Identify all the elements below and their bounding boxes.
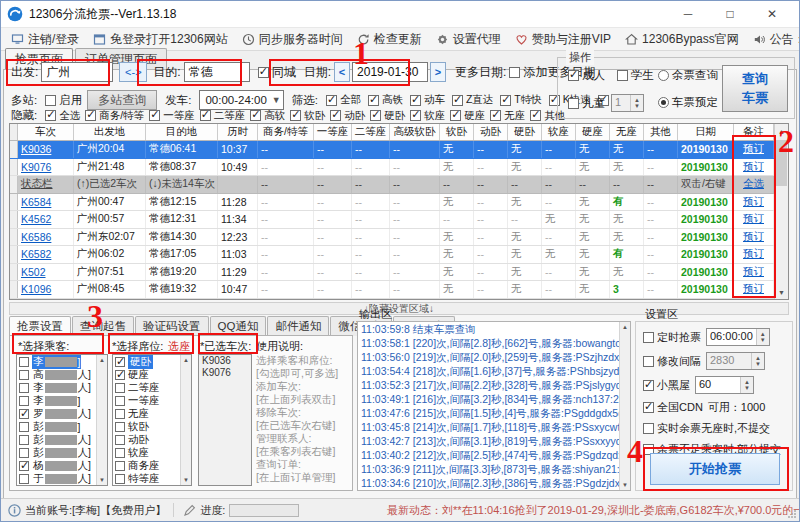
no-standing-option-checkbox[interactable]: 实时余票无座时,不提交: [643, 421, 770, 436]
filter-checkbox-3[interactable]: 动车: [410, 93, 445, 107]
book-link[interactable]: 预订: [734, 194, 774, 211]
book-link[interactable]: 预订: [734, 264, 774, 281]
seat-list-item[interactable]: 特等座: [113, 472, 180, 485]
checkbox[interactable]: [115, 370, 125, 380]
table-row[interactable]: K502广州07:51常德19:2011:29--------无--无--无无-…: [10, 264, 774, 282]
minimize-button[interactable]: ─: [667, 2, 709, 26]
resize-grip[interactable]: [787, 509, 797, 519]
date-input[interactable]: 2019-01-30: [352, 62, 428, 82]
book-link[interactable]: 预订: [734, 211, 774, 228]
column-header-5[interactable]: 商务/特等: [258, 124, 314, 140]
column-header-12[interactable]: 软座: [542, 124, 576, 140]
adult-checkbox[interactable]: 成人: [568, 68, 605, 83]
same-city-checkbox-box[interactable]: [258, 67, 269, 78]
timed-grab-checkbox[interactable]: 定时抢票: [643, 330, 701, 345]
tab-settings-5[interactable]: 邮件通知: [267, 316, 329, 336]
seat-list-item[interactable]: 动卧: [113, 433, 180, 446]
checkbox[interactable]: [326, 95, 337, 106]
checkbox[interactable]: [410, 110, 421, 121]
passenger-list-item[interactable]: 李]: [17, 394, 96, 407]
selected-trains-list[interactable]: K9036K9076: [198, 354, 252, 486]
seat-pick-link[interactable]: 选座: [168, 339, 190, 354]
checkbox[interactable]: [115, 409, 125, 419]
query-remaining-radio[interactable]: 余票查询: [658, 68, 718, 83]
student-checkbox-box[interactable]: [617, 70, 628, 81]
table-row[interactable]: K9036广州20:04常德06:4110:37--------无--无--无无…: [10, 141, 774, 159]
hide-checkbox-8[interactable]: 硬卧: [370, 109, 405, 123]
checkbox[interactable]: [500, 95, 511, 106]
scroll-down-icon[interactable]: ▼: [97, 475, 107, 485]
scroll-up-icon[interactable]: ▲: [97, 355, 107, 365]
checkbox[interactable]: [19, 435, 29, 445]
scroll-down-icon[interactable]: ▼: [181, 475, 191, 485]
student-checkbox[interactable]: 学生: [617, 68, 654, 83]
column-header-9[interactable]: 软卧: [440, 124, 474, 140]
seat-list-item[interactable]: 硬座: [113, 368, 180, 381]
modify-interval-checkbox[interactable]: 修改间隔: [643, 354, 701, 369]
stepper-arrows-icon[interactable]: ▲▼: [740, 377, 753, 393]
table-row[interactable]: K6582广州06:02常德17:0511:03--------无--无无无有-…: [10, 246, 774, 264]
checkbox[interactable]: [19, 370, 29, 380]
seat-list-item[interactable]: 软座: [113, 446, 180, 459]
hide-checkbox-9[interactable]: 软座: [410, 109, 445, 123]
toolbar-item-4[interactable]: 检查更新: [351, 29, 428, 49]
column-header-10[interactable]: 动卧: [474, 124, 508, 140]
train-number-link[interactable]: K1096: [18, 281, 74, 298]
toolbar-item-6[interactable]: 赞助与注册VIP: [509, 29, 617, 49]
column-header-13[interactable]: 硬座: [576, 124, 610, 140]
selected-train-item[interactable]: K9076: [199, 367, 251, 379]
hide-checkbox-3[interactable]: 一等座: [149, 109, 195, 123]
hide-checkbox-5[interactable]: 高软: [250, 109, 285, 123]
query-remaining-radio-circle[interactable]: [658, 70, 669, 81]
checkbox[interactable]: [115, 383, 125, 393]
blackroom-checkbox[interactable]: 小黑屋: [643, 378, 690, 393]
add-dates-checkbox-box[interactable]: [509, 67, 520, 78]
checkbox[interactable]: [643, 402, 654, 413]
book-link[interactable]: 预订: [734, 281, 774, 298]
passenger-list-item[interactable]: 李人]: [17, 381, 96, 394]
table-row[interactable]: K1096广州08:45常德19:3210:47--------无--无--无3…: [10, 281, 774, 299]
filter-checkbox-5[interactable]: T特快: [500, 93, 541, 107]
checkbox[interactable]: [643, 380, 654, 391]
book-ticket-radio-circle[interactable]: [658, 97, 669, 108]
train-number-link[interactable]: K4562: [18, 211, 74, 228]
checkbox[interactable]: [643, 356, 654, 367]
national-cdn-checkbox[interactable]: 全国CDN: [643, 400, 703, 415]
toolbar-item-2[interactable]: 免登录打开12306网站: [87, 29, 233, 49]
tab-settings-3[interactable]: 验证码设置: [135, 316, 209, 336]
seat-list-item[interactable]: 软卧: [113, 420, 180, 433]
timed-grab-stepper[interactable]: 06:00:00▲▼: [706, 328, 770, 346]
query-tickets-button[interactable]: 查询车票: [722, 65, 788, 112]
train-number-link[interactable]: K6586: [18, 229, 74, 246]
column-header-8[interactable]: 高级软卧: [390, 124, 440, 140]
train-number-link[interactable]: K6582: [18, 246, 74, 263]
checkbox[interactable]: [115, 435, 125, 445]
checkbox[interactable]: [490, 110, 501, 121]
column-header-17[interactable]: 备注: [734, 124, 774, 140]
checkbox[interactable]: [19, 409, 29, 419]
stepper-arrows-icon[interactable]: ▲▼: [630, 95, 643, 111]
passenger-list-item[interactable]: 罗人]: [17, 407, 96, 420]
table-row[interactable]: K9076广州21:48常德08:3710:49--------无--无--无无…: [10, 159, 774, 177]
checkbox[interactable]: [19, 357, 29, 367]
hide-checkbox-2[interactable]: 商务/特等: [85, 109, 144, 123]
passenger-list-item[interactable]: 于人]: [17, 472, 96, 485]
output-scrollbar[interactable]: ▲ ▼: [619, 322, 630, 490]
passenger-list-scrollbar[interactable]: ▲ ▼: [96, 355, 107, 485]
checkbox[interactable]: [45, 110, 56, 121]
blackroom-stepper[interactable]: 60▲▼: [695, 376, 754, 394]
date-next-button[interactable]: >: [430, 62, 446, 82]
toolbar-item-7[interactable]: 12306Bypass官网: [619, 29, 745, 49]
same-city-checkbox[interactable]: 同城: [258, 64, 296, 81]
toolbar-item-1[interactable]: 注销/登录: [5, 29, 85, 49]
checkbox[interactable]: [149, 110, 160, 121]
date-prev-button[interactable]: <: [334, 62, 350, 82]
book-link[interactable]: 预订: [734, 141, 774, 158]
seat-list-item[interactable]: 硬卧: [113, 355, 180, 368]
to-input[interactable]: 常德: [184, 62, 250, 82]
checkbox[interactable]: [115, 474, 125, 484]
checkbox[interactable]: [643, 332, 654, 343]
seat-list-scrollbar[interactable]: ▲ ▼: [180, 355, 191, 485]
passenger-list-item[interactable]: 李]: [17, 355, 96, 368]
seat-list-item[interactable]: 二等座: [113, 381, 180, 394]
